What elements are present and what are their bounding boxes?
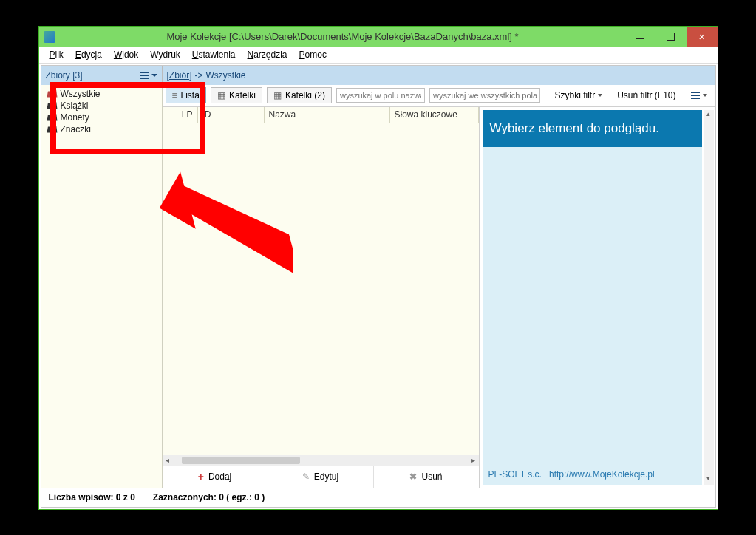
- menu-help[interactable]: Pomoc: [293, 48, 333, 61]
- tiles-icon: [273, 90, 282, 100]
- sidebar-header-label: Zbiory [3]: [46, 70, 83, 81]
- window-title: Moje Kolekcje [C:\Users\Darek\Documents\…: [61, 31, 624, 42]
- menu-settings[interactable]: Ustawienia: [186, 48, 242, 61]
- grid-pane: LP ID Nazwa Słowa kluczowe ◂ ▸ +Doda: [163, 107, 479, 488]
- search-all-input[interactable]: [429, 88, 540, 103]
- sidebar: Wszystkie Książki Monety Znaczki: [41, 85, 163, 488]
- search-name-input[interactable]: [336, 88, 425, 103]
- folder-icon: [47, 126, 58, 133]
- chevron-down-icon: [598, 94, 602, 97]
- scroll-down-icon[interactable]: ▾: [704, 474, 714, 485]
- preview-footer: PL-SOFT s.c. http://www.MojeKolekcje.pl: [483, 464, 702, 485]
- breadcrumb-bar: [Zbiór] -> Wszystkie: [163, 66, 715, 85]
- titlebar: Moje Kolekcje [C:\Users\Darek\Documents\…: [39, 27, 718, 47]
- column-slowa[interactable]: Słowa kluczowe: [390, 107, 479, 123]
- edit-icon: ✎: [302, 471, 310, 482]
- breadcrumb-separator: ->: [195, 70, 203, 81]
- breadcrumb-link[interactable]: [Zbiór]: [167, 70, 192, 81]
- delete-icon: ✖: [409, 471, 417, 482]
- horizontal-scrollbar[interactable]: ◂ ▸: [163, 455, 479, 466]
- hamburger-icon: [691, 92, 700, 99]
- column-id[interactable]: ID: [198, 107, 265, 123]
- chevron-down-icon: [151, 74, 157, 77]
- main-pane: Lista Kafelki Kafelki (2) Szybki filtr U…: [163, 85, 715, 488]
- sidebar-item-coins[interactable]: Monety: [47, 112, 156, 123]
- website-link[interactable]: http://www.MojeKolekcje.pl: [549, 469, 655, 480]
- preview-pane: Wybierz element do podglądu. PL-SOFT s.c…: [479, 107, 715, 488]
- app-window: Moje Kolekcje [C:\Users\Darek\Documents\…: [38, 26, 718, 510]
- action-bar: +Dodaj ✎Edytuj ✖Usuń: [163, 466, 479, 488]
- close-button[interactable]: ×: [687, 27, 718, 47]
- menu-edit[interactable]: Edycja: [69, 48, 108, 61]
- scroll-up-icon[interactable]: ▴: [704, 110, 714, 120]
- status-bar: Liczba wpisów: 0 z 0 Zaznaczonych: 0 ( e…: [41, 488, 715, 507]
- quick-filter-button[interactable]: Szybki filtr: [549, 88, 607, 103]
- app-icon: [44, 31, 55, 43]
- folder-icon: [47, 102, 58, 109]
- status-count: Liczba wpisów: 0 z 0: [49, 492, 135, 502]
- toolbar: Lista Kafelki Kafelki (2) Szybki filtr U…: [163, 85, 715, 107]
- menu-print[interactable]: Wydruk: [144, 48, 186, 61]
- chevron-down-icon: [703, 94, 707, 97]
- status-selected: Zaznaczonych: 0 ( egz.: 0 ): [153, 492, 265, 502]
- sidebar-item-label: Monety: [61, 112, 89, 123]
- delete-button[interactable]: ✖Usuń: [374, 466, 479, 488]
- preview-placeholder: Wybierz element do podglądu.: [483, 110, 702, 147]
- preview-body: [483, 147, 702, 464]
- scroll-left-icon[interactable]: ◂: [163, 456, 173, 464]
- folder-icon: [47, 114, 58, 121]
- view-tiles2-button[interactable]: Kafelki (2): [267, 87, 332, 103]
- sidebar-header[interactable]: Zbiory [3]: [41, 66, 163, 85]
- toolbar-menu-button[interactable]: [686, 89, 712, 101]
- plus-icon: +: [198, 471, 204, 483]
- view-list-button[interactable]: Lista: [166, 87, 206, 103]
- grid-header: LP ID Nazwa Słowa kluczowe: [163, 107, 479, 123]
- sidebar-item-label: Wszystkie: [61, 89, 101, 99]
- sidebar-item-all[interactable]: Wszystkie: [47, 88, 156, 100]
- minimize-button[interactable]: [624, 27, 655, 47]
- tiles-icon: [217, 90, 225, 100]
- column-nazwa[interactable]: Nazwa: [265, 107, 390, 123]
- sidebar-item-label: Książki: [61, 100, 89, 111]
- sidebar-item-label: Znaczki: [61, 124, 91, 134]
- hamburger-icon: [140, 72, 149, 79]
- edit-button[interactable]: ✎Edytuj: [268, 466, 374, 488]
- menu-view[interactable]: Widok: [108, 48, 144, 61]
- add-button[interactable]: +Dodaj: [163, 466, 268, 488]
- list-icon: [172, 90, 177, 100]
- sidebar-item-stamps[interactable]: Znaczki: [47, 123, 156, 135]
- menu-file[interactable]: Plik: [44, 48, 69, 61]
- company-label: PL-SOFT s.c.: [488, 469, 542, 480]
- maximize-button[interactable]: [655, 27, 687, 47]
- menu-tools[interactable]: Narzędzia: [242, 48, 293, 61]
- folder-icon: [47, 90, 58, 98]
- scroll-right-icon[interactable]: ▸: [469, 456, 479, 464]
- column-lp[interactable]: LP: [163, 107, 198, 123]
- vertical-scrollbar[interactable]: ▴ ▾: [704, 110, 714, 485]
- clear-filter-button[interactable]: Usuń filtr (F10): [612, 88, 681, 103]
- sidebar-item-books[interactable]: Książki: [47, 100, 156, 112]
- menubar: Plik Edycja Widok Wydruk Ustawienia Narz…: [39, 47, 718, 64]
- grid-body[interactable]: [163, 123, 479, 455]
- breadcrumb-current: Wszystkie: [206, 70, 246, 81]
- view-tiles-button[interactable]: Kafelki: [211, 87, 262, 103]
